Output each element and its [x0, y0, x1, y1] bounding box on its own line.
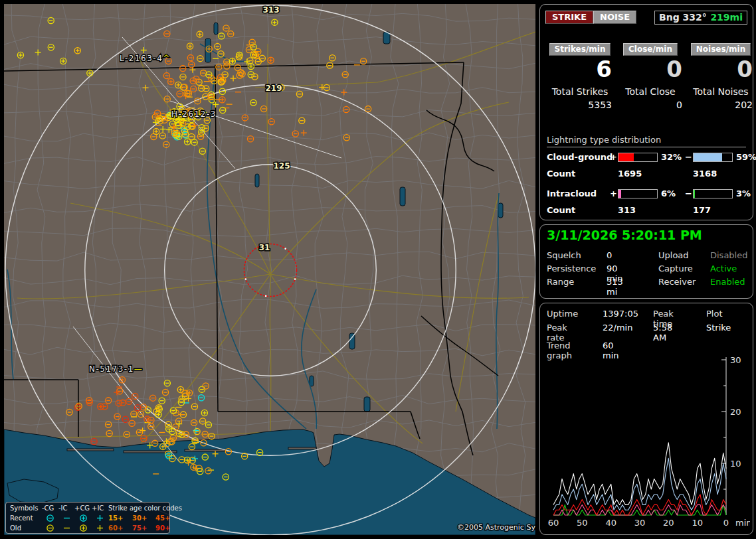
counter-total-label: Total Strikes	[547, 86, 613, 97]
negative-percent: 59%	[736, 152, 756, 162]
status-label: Upload	[658, 250, 689, 260]
distribution-row: Cloud-ground+32%−59%	[540, 152, 753, 163]
current-datetime: 3/11/2026 5:20:11 PM	[547, 228, 702, 242]
lake	[364, 397, 370, 412]
ring-distance-label: 313	[262, 5, 279, 15]
legend-age-row-label: Old	[10, 523, 42, 533]
copyright-text: ©2005 Astrogenic Systems	[457, 523, 535, 532]
chart-x-tick-label: 30	[634, 518, 646, 528]
legend-age-row-label: Recent	[10, 513, 42, 523]
legend-row-recent: Recent15+30+45+	[10, 513, 169, 523]
lightning-map[interactable]: 31321912531L-2163-4^H-2612-3N-5173-1—©20…	[4, 4, 535, 535]
counter-total-value: 5353	[547, 100, 613, 110]
status-state-value: Disabled	[710, 250, 747, 260]
legend-age-code: 90+	[155, 523, 177, 533]
counter-column-2: Noises/min0Total Noises202	[688, 42, 754, 110]
counter-value: 0	[688, 57, 754, 81]
legend-age-code: 60+	[108, 523, 132, 533]
legend-header-row: Symbols -CG -IC +CG +IC Strike age color…	[10, 503, 169, 513]
uptime-cell: 1397:05	[603, 309, 638, 319]
negative-sign: −	[685, 189, 692, 198]
close-ring-dot	[245, 278, 247, 280]
positive-ratio-bar	[618, 189, 658, 198]
lake	[498, 203, 503, 218]
nexstorm-app-window: 31321912531L-2163-4^H-2612-3N-5173-1—©20…	[0, 0, 756, 539]
status-state-value: Enabled	[710, 277, 745, 287]
distribution-type-name: Intracloud	[547, 189, 597, 198]
status-panel: 3/11/2026 5:20:11 PM Squelch0UploadDisab…	[539, 224, 753, 299]
chart-series-ic-strikes	[553, 504, 726, 515]
counter-chip[interactable]: Close/min	[623, 43, 678, 56]
status-label: Persistence	[547, 264, 604, 273]
distribution-section-title: Lightning type distribution	[547, 135, 746, 147]
status-state-value: Active	[710, 264, 737, 273]
chart-y-tick-label: 30	[730, 355, 741, 365]
counter-total-label: Total Noises	[688, 86, 754, 97]
counter-value: 0	[617, 57, 684, 81]
uptime-cell: Strike	[706, 323, 731, 333]
uptime-cell: Uptime	[547, 309, 578, 319]
uptime-cell: 5:58 AM	[653, 323, 672, 343]
status-value: 0	[607, 250, 612, 260]
counter-chip[interactable]: Strikes/min	[549, 43, 611, 56]
negative-percent: 3%	[736, 189, 751, 198]
uptime-cell: Peak rate	[547, 323, 567, 343]
lake	[255, 174, 259, 187]
negative-sign: −	[685, 152, 692, 162]
counter-total-value: 202	[688, 100, 754, 110]
map-canvas[interactable]: 31321912531L-2163-4^H-2612-3N-5173-1—©20…	[4, 4, 535, 535]
chart-x-tick-label: 40	[605, 518, 616, 528]
counter-chip[interactable]: Noises/min	[691, 43, 751, 56]
chart-x-tick-label: 60	[548, 518, 559, 528]
legend-age-code: 75+	[132, 523, 155, 533]
negative-count: 3168	[693, 169, 717, 179]
ring-distance-label: 125	[273, 161, 290, 171]
stats-panel: STRIKE NOISE Bng 332° 219mi Strikes/min6…	[539, 4, 753, 220]
legend-cgneg-icon	[46, 514, 54, 522]
chart-x-tick-label: 10	[692, 518, 703, 528]
legend-icneg-icon	[62, 514, 71, 522]
uptime-cell: 22/min	[603, 323, 632, 333]
noise-toggle-button[interactable]: NOISE	[593, 11, 636, 24]
legend-age-code: 30+	[132, 513, 155, 523]
legend-age-code: 45+	[155, 513, 177, 523]
chart-x-tick-label: 0	[723, 518, 729, 528]
counter-column-1: Close/min0Total Close0	[617, 42, 684, 110]
positive-count: 1695	[618, 169, 642, 179]
distribution-row: Intracloud+6%−3%	[540, 189, 753, 199]
status-label: Receiver	[658, 277, 696, 287]
bearing-range-value: 219mi	[710, 12, 743, 23]
legend-age-header: Strike age color codes	[108, 503, 177, 513]
positive-percent: 6%	[661, 189, 676, 198]
storm-cell-label: L-2163-4^	[120, 54, 171, 63]
legend-icpos-icon	[96, 514, 104, 522]
ring-distance-label: 31	[259, 243, 270, 252]
lake	[400, 187, 405, 206]
positive-ratio-bar	[618, 153, 658, 162]
counter-total-label: Total Close	[617, 86, 684, 97]
strike-toggle-button[interactable]: STRIKE	[545, 11, 593, 24]
legend-age-code: 15+	[108, 513, 132, 523]
counter-column-0: Strikes/min6Total Strikes5353	[547, 42, 613, 110]
legend-icpos-icon	[96, 524, 104, 532]
lake	[214, 23, 218, 35]
positive-sign: +	[610, 189, 617, 198]
close-ring-dot	[265, 295, 267, 297]
status-label: Range	[547, 277, 604, 287]
uptime-cell: Plot	[706, 309, 723, 319]
distribution-type-name: Cloud-ground	[547, 152, 613, 162]
count-label: Count	[547, 205, 575, 215]
bearing-label: Bng 332°	[659, 12, 707, 23]
legend-symbols-header: Symbols	[10, 503, 42, 513]
counter-value: 6	[547, 57, 613, 81]
legend-cgpos-icon	[79, 524, 88, 532]
chart-y-tick-label: 20	[730, 407, 741, 417]
close-ring-dot	[284, 248, 286, 250]
storm-cell-label: H-2612-3	[171, 110, 217, 119]
close-ring-dot	[294, 278, 296, 280]
legend-cgneg-icon	[46, 524, 54, 532]
trend-panel: Uptime1397:05Peak timePlotPeak rate22/mi…	[539, 303, 753, 535]
positive-count: 313	[618, 205, 636, 215]
chart-x-tick-label: 50	[577, 518, 588, 528]
distribution-count-row: Count313177	[540, 205, 753, 216]
